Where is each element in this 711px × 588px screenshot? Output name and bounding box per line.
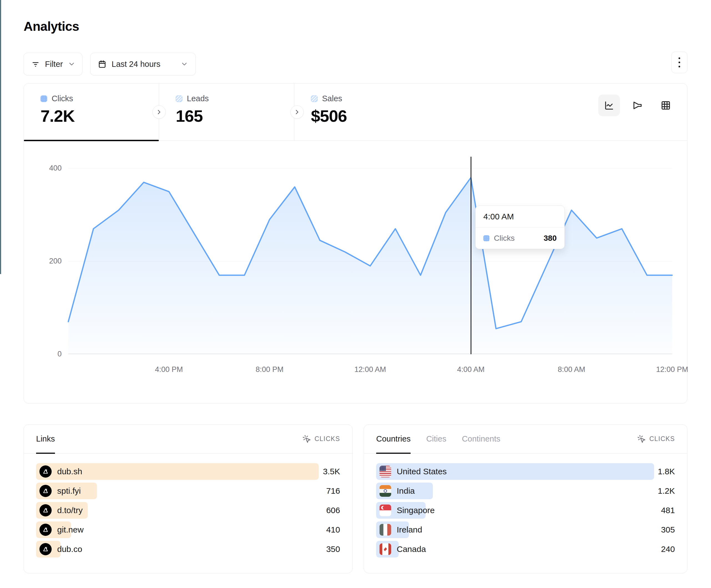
row-content: dub.sh: [36, 466, 82, 478]
row-label: spti.fyi: [57, 486, 81, 496]
row-value: 350: [326, 544, 340, 554]
cursor-click-icon: [637, 435, 646, 444]
kebab-dot: [678, 62, 680, 63]
date-range-button[interactable]: Last 24 hours: [90, 53, 196, 75]
flag-icon: [380, 485, 391, 497]
countries-metric-header[interactable]: CLICKS: [637, 435, 675, 444]
row-value: 481: [661, 506, 675, 515]
tab-countries[interactable]: Countries: [376, 425, 411, 453]
row-label: Singapore: [397, 506, 435, 515]
stat-tab-leads[interactable]: Leads 165: [159, 84, 294, 140]
x-tick-label: 12:00 AM: [354, 365, 386, 374]
flag-icon: [380, 466, 391, 477]
date-range-label: Last 24 hours: [112, 60, 160, 69]
links-metric-header[interactable]: CLICKS: [302, 435, 340, 444]
dub-logo-icon: [39, 485, 52, 497]
more-options-button[interactable]: [671, 51, 687, 73]
stats-tab-row: Clicks 7.2K Leads 165 Sales $506: [24, 84, 687, 141]
stat-value: $506: [311, 107, 430, 126]
chart-view-toggles: [598, 95, 676, 116]
row-content: Ireland: [376, 524, 422, 536]
countries-panel: Countries Cities Continents CLICKS Unite…: [364, 424, 687, 573]
line-chart-view-button[interactable]: [598, 95, 620, 116]
page-title: Analytics: [24, 19, 79, 34]
dub-logo-icon: [42, 546, 49, 553]
links-list: dub.sh3.5Kspti.fyi716d.to/try606git.new4…: [24, 453, 352, 559]
flag-icon: [380, 504, 391, 516]
row-value: 3.5K: [323, 467, 340, 476]
countries-panel-header: Countries Cities Continents CLICKS: [364, 425, 687, 453]
list-item[interactable]: United States1.8K: [376, 462, 675, 481]
list-item[interactable]: spti.fyi716: [36, 481, 340, 501]
row-value: 1.2K: [658, 486, 675, 496]
clicks-area-chart[interactable]: 0200400 4:00 PM8:00 PM12:00 AM4:00 AM8:0…: [68, 156, 672, 354]
grid-table-icon: [661, 100, 671, 111]
dub-logo-icon: [42, 526, 49, 533]
chart-canvas: [68, 156, 672, 354]
list-item[interactable]: dub.sh3.5K: [36, 462, 340, 481]
row-value: 240: [661, 544, 675, 554]
flag-icon: [380, 524, 391, 536]
stat-tab-clicks[interactable]: Clicks 7.2K: [24, 84, 159, 140]
dub-logo-icon: [42, 487, 49, 495]
tab-label: Countries: [376, 434, 411, 444]
list-item[interactable]: Singapore481: [376, 501, 675, 520]
list-item[interactable]: Canada240: [376, 540, 675, 559]
y-tick-label: 0: [39, 350, 62, 358]
funnel-view-button[interactable]: [627, 95, 648, 116]
tab-label: Continents: [462, 434, 500, 444]
expand-sales-button[interactable]: [290, 106, 304, 119]
dub-logo-icon: [42, 468, 49, 475]
window-edge-divider: [0, 0, 1, 274]
y-tick-label: 200: [39, 257, 62, 266]
row-content: spti.fyi: [36, 485, 81, 497]
row-content: Singapore: [376, 504, 435, 516]
row-label: git.new: [57, 525, 84, 535]
metric-header-label: CLICKS: [649, 435, 675, 443]
row-value: 606: [326, 506, 340, 515]
x-tick-label: 8:00 AM: [558, 365, 585, 374]
tab-continents[interactable]: Continents: [462, 425, 500, 453]
list-item[interactable]: Ireland305: [376, 520, 675, 540]
filter-button[interactable]: Filter: [24, 53, 83, 75]
cursor-click-icon: [302, 435, 311, 444]
tab-label: Links: [36, 434, 55, 444]
row-value: 1.8K: [658, 467, 675, 476]
kebab-dot: [678, 58, 680, 59]
tab-links[interactable]: Links: [36, 425, 55, 453]
list-item[interactable]: India1.2K: [376, 481, 675, 501]
stat-label: Leads: [187, 94, 209, 103]
row-label: dub.sh: [57, 467, 82, 476]
kebab-dot: [678, 66, 680, 67]
row-label: United States: [397, 467, 447, 476]
filter-icon: [31, 60, 40, 68]
leads-legend-chip: [176, 95, 182, 102]
list-item[interactable]: dub.co350: [36, 540, 340, 559]
chevron-down-icon: [180, 60, 188, 68]
stat-label: Sales: [322, 94, 342, 103]
sales-legend-chip: [311, 95, 318, 102]
analytics-page: Analytics Filter Last 24 hours: [0, 0, 711, 588]
list-item[interactable]: git.new410: [36, 520, 340, 540]
table-view-button[interactable]: [655, 95, 676, 116]
dub-logo-icon: [39, 524, 52, 536]
links-panel: Links CLICKS dub.sh3.5Kspti.fyi716d.to/t…: [24, 424, 352, 573]
tooltip-series-chip: [483, 235, 490, 241]
dub-logo-icon: [39, 466, 52, 478]
row-content: d.to/try: [36, 504, 83, 516]
x-tick-label: 4:00 PM: [155, 365, 183, 374]
row-value: 716: [326, 486, 340, 496]
expand-leads-button[interactable]: [152, 106, 166, 119]
row-content: India: [376, 485, 415, 497]
stat-tab-sales[interactable]: Sales $506: [294, 84, 430, 140]
analytics-card: Clicks 7.2K Leads 165 Sales $506: [24, 83, 687, 404]
list-item[interactable]: d.to/try606: [36, 501, 340, 520]
tab-cities[interactable]: Cities: [426, 425, 447, 453]
funnel-icon: [632, 100, 643, 111]
row-content: Canada: [376, 543, 426, 555]
x-tick-label: 8:00 PM: [256, 365, 284, 374]
flag-icon: [380, 543, 391, 555]
row-label: Canada: [397, 544, 426, 554]
chart-tooltip: 4:00 AM Clicks 380: [475, 205, 565, 249]
y-tick-label: 400: [39, 164, 62, 173]
